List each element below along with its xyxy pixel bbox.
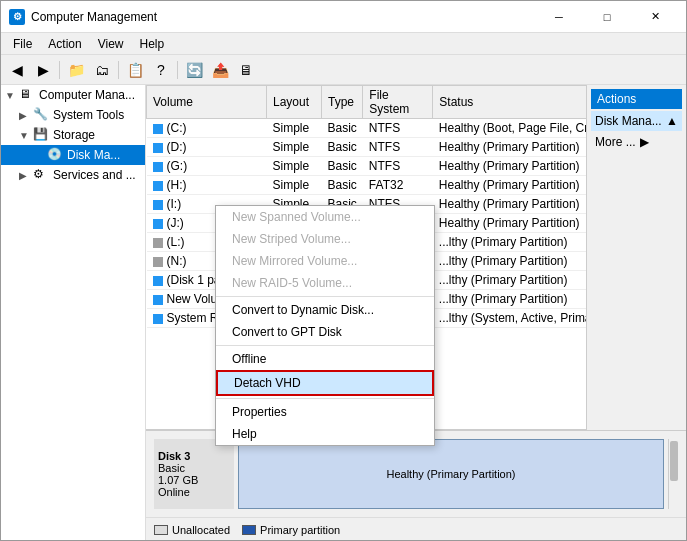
maximize-button[interactable]: □ [584,7,630,27]
expand-icon: ▲ [666,114,678,128]
menu-action[interactable]: Action [40,35,89,52]
tb-help-button[interactable]: ? [149,59,173,81]
tb-separator-3 [177,61,178,79]
tb-up-button[interactable]: 📁 [64,59,88,81]
sidebar-item-disk-management[interactable]: 💿 Disk Ma... [1,145,145,165]
cell-status: Healthy (Primary Partition) [433,214,586,233]
sidebar-item-computer-management[interactable]: ▼ 🖥 Computer Mana... [1,85,145,105]
sidebar-item-system-tools[interactable]: ▶ 🔧 System Tools [1,105,145,125]
ctx-detach-vhd[interactable]: Detach VHD [216,370,434,396]
cell-status: Healthy (Primary Partition) [433,195,586,214]
unallocated-color [154,525,168,535]
cell-type: Basic [322,176,363,195]
tb-console-button[interactable]: 🖥 [234,59,258,81]
cell-status: ...lthy (Primary Partition) [433,290,586,309]
disk-row: Disk 3 Basic 1.07 GB Online Healthy (Pri… [154,439,678,509]
cell-layout: Simple [267,157,322,176]
toggle-icon: ▼ [19,130,33,141]
more-action[interactable]: More ... ▶ [591,132,682,152]
cell-volume: (G:) [147,157,267,176]
ctx-convert-dynamic[interactable]: Convert to Dynamic Disk... [216,299,434,321]
ctx-offline[interactable]: Offline [216,348,434,370]
sidebar-item-label: Storage [53,128,95,142]
tb-forward-button[interactable]: ▶ [31,59,55,81]
menu-bar: File Action View Help [1,33,686,55]
col-layout: Layout [267,86,322,119]
cell-volume: (H:) [147,176,267,195]
title-bar: ⚙ Computer Management ─ □ ✕ [1,1,686,33]
sidebar-item-label: System Tools [53,108,124,122]
scrollbar-right[interactable] [668,439,678,509]
actions-panel: Actions Disk Mana... ▲ More ... ▶ [586,85,686,430]
computer-management-window: ⚙ Computer Management ─ □ ✕ File Action … [0,0,687,541]
disk-partition: Healthy (Primary Partition) [238,439,664,509]
menu-help[interactable]: Help [132,35,173,52]
table-row[interactable]: (G:) Simple Basic NTFS Healthy (Primary … [147,157,587,176]
window-controls: ─ □ ✕ [536,7,678,27]
menu-view[interactable]: View [90,35,132,52]
cell-status: ...lthy (Primary Partition) [433,233,586,252]
ctx-new-mirrored: New Mirrored Volume... [216,250,434,272]
cell-volume: (D:) [147,138,267,157]
legend-unallocated: Unallocated [154,524,230,536]
ctx-sep-1 [216,296,434,297]
primary-color [242,525,256,535]
cell-fs: FAT32 [363,176,433,195]
partition-label: Healthy (Primary Partition) [387,468,516,480]
sidebar-item-label: Disk Ma... [67,148,120,162]
cell-status: ...lthy (Primary Partition) [433,271,586,290]
ctx-sep-3 [216,398,434,399]
close-button[interactable]: ✕ [632,7,678,27]
cell-fs: NTFS [363,138,433,157]
app-icon: ⚙ [9,9,25,25]
legend-bar: Unallocated Primary partition [146,517,686,540]
disk-name: Disk 3 [158,450,230,462]
cell-status: ...lthy (Primary Partition) [433,252,586,271]
primary-label: Primary partition [260,524,340,536]
ctx-properties[interactable]: Properties [216,401,434,423]
context-menu: New Spanned Volume... New Striped Volume… [215,205,435,446]
cell-status: Healthy (Primary Partition) [433,138,586,157]
toolbar: ◀ ▶ 📁 🗂 📋 ? 🔄 📤 🖥 [1,55,686,85]
disk-manage-label: Disk Mana... [595,114,662,128]
tb-back-button[interactable]: ◀ [5,59,29,81]
scroll-thumb[interactable] [670,441,678,481]
ctx-sep-2 [216,345,434,346]
ctx-new-raid5: New RAID-5 Volume... [216,272,434,294]
cell-status: Healthy (Primary Partition) [433,157,586,176]
tb-separator-1 [59,61,60,79]
tb-refresh-button[interactable]: 🔄 [182,59,206,81]
computer-icon: 🖥 [19,87,35,103]
table-row[interactable]: (C:) Simple Basic NTFS Healthy (Boot, Pa… [147,119,587,138]
table-row[interactable]: (H:) Simple Basic FAT32 Healthy (Primary… [147,176,587,195]
col-type: Type [322,86,363,119]
system-tools-icon: 🔧 [33,107,49,123]
storage-icon: 💾 [33,127,49,143]
sidebar-item-label: Services and ... [53,168,136,182]
ctx-new-striped: New Striped Volume... [216,228,434,250]
ctx-convert-gpt[interactable]: Convert to GPT Disk [216,321,434,343]
sidebar-item-storage[interactable]: ▼ 💾 Storage [1,125,145,145]
disk-status: Online [158,486,230,498]
toggle-icon: ▶ [19,110,33,121]
disk-type: Basic [158,462,230,474]
tb-show-hide-button[interactable]: 🗂 [90,59,114,81]
cell-fs: NTFS [363,119,433,138]
toggle-icon: ▼ [5,90,19,101]
services-icon: ⚙ [33,167,49,183]
disk-manage-action[interactable]: Disk Mana... ▲ [591,111,682,131]
sidebar-item-services[interactable]: ▶ ⚙ Services and ... [1,165,145,185]
table-row[interactable]: (D:) Simple Basic NTFS Healthy (Primary … [147,138,587,157]
cell-layout: Simple [267,119,322,138]
tb-export-button[interactable]: 📤 [208,59,232,81]
unallocated-label: Unallocated [172,524,230,536]
disk-icon: 💿 [47,147,63,163]
legend-primary: Primary partition [242,524,340,536]
tb-properties-button[interactable]: 📋 [123,59,147,81]
menu-file[interactable]: File [5,35,40,52]
cell-status: Healthy (Primary Partition) [433,176,586,195]
minimize-button[interactable]: ─ [536,7,582,27]
ctx-help[interactable]: Help [216,423,434,445]
tb-separator-2 [118,61,119,79]
cell-layout: Simple [267,176,322,195]
